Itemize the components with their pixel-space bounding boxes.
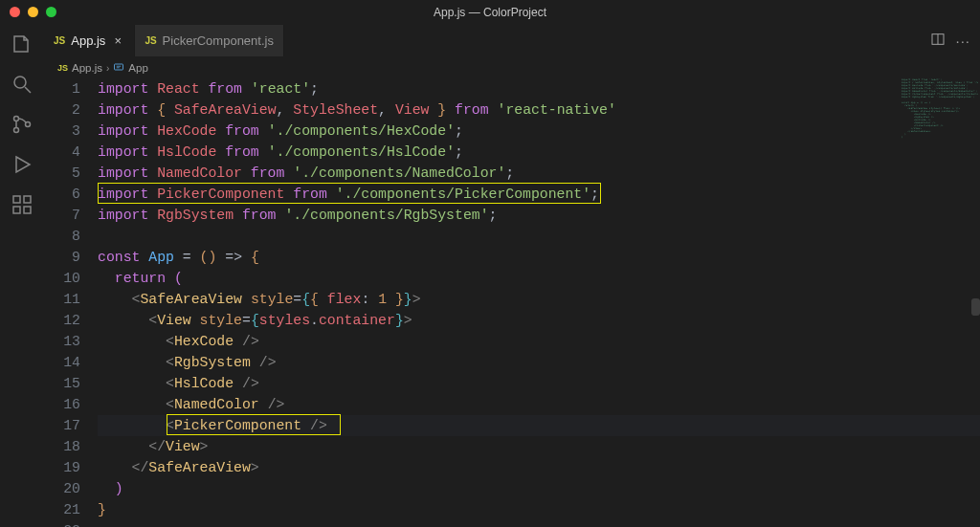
code-line[interactable] bbox=[98, 520, 980, 527]
line-number: 17 bbox=[44, 415, 80, 436]
line-number: 3 bbox=[44, 121, 80, 142]
svg-point-0 bbox=[14, 77, 26, 88]
line-number-gutter: 12345678910111213141516171819202122 bbox=[44, 78, 98, 527]
svg-marker-5 bbox=[16, 157, 30, 172]
line-number: 13 bbox=[44, 331, 80, 352]
code-editor[interactable]: 12345678910111213141516171819202122 impo… bbox=[44, 78, 980, 527]
tab-label: PickerComponent.js bbox=[163, 33, 274, 48]
code-line[interactable]: import NamedColor from './components/Nam… bbox=[98, 163, 980, 184]
tab-row: JS App.js × JS PickerComponent.js ··· bbox=[44, 25, 980, 57]
tab-app-js[interactable]: JS App.js × bbox=[44, 25, 135, 56]
app-root: App.js — ColorProject bbox=[0, 0, 980, 527]
line-number: 10 bbox=[44, 268, 80, 289]
code-line[interactable] bbox=[98, 226, 980, 247]
more-actions-icon[interactable]: ··· bbox=[955, 33, 970, 49]
code-line[interactable]: const App = () => { bbox=[98, 247, 980, 268]
line-number: 8 bbox=[44, 226, 80, 247]
svg-point-4 bbox=[25, 122, 30, 127]
code-line[interactable]: import { SafeAreaView, StyleSheet, View … bbox=[98, 99, 980, 121]
svg-rect-7 bbox=[24, 196, 31, 203]
breadcrumb[interactable]: JS App.js › App bbox=[44, 57, 980, 78]
breadcrumb-symbol[interactable]: App bbox=[128, 62, 147, 74]
svg-line-1 bbox=[25, 87, 31, 93]
code-line[interactable]: import RgbSystem from './components/RgbS… bbox=[98, 205, 980, 226]
symbol-variable-icon bbox=[113, 61, 124, 75]
editor-column: JS App.js × JS PickerComponent.js ··· JS bbox=[44, 25, 980, 527]
window-title: App.js — ColorProject bbox=[0, 6, 980, 19]
line-number: 21 bbox=[44, 499, 80, 520]
js-icon: JS bbox=[145, 35, 156, 46]
line-number: 16 bbox=[44, 394, 80, 415]
line-number: 5 bbox=[44, 163, 80, 184]
run-debug-icon[interactable] bbox=[11, 153, 33, 180]
line-number: 20 bbox=[44, 478, 80, 499]
code-line[interactable]: import HexCode from './components/HexCod… bbox=[98, 121, 980, 142]
svg-rect-12 bbox=[115, 64, 123, 70]
code-line[interactable]: </View> bbox=[98, 436, 980, 457]
tab-actions: ··· bbox=[930, 25, 980, 56]
tab-picker-component[interactable]: JS PickerComponent.js bbox=[135, 25, 284, 56]
line-number: 11 bbox=[44, 289, 80, 310]
split-editor-icon[interactable] bbox=[930, 32, 946, 51]
search-icon[interactable] bbox=[11, 73, 33, 99]
code-line[interactable]: <RgbSystem /> bbox=[98, 352, 980, 373]
code-line[interactable]: import HslCode from './components/HslCod… bbox=[98, 142, 980, 163]
code-line[interactable]: <View style={styles.container}> bbox=[98, 310, 980, 331]
line-number: 1 bbox=[44, 78, 80, 99]
line-number: 22 bbox=[44, 520, 80, 527]
line-number: 14 bbox=[44, 352, 80, 373]
line-number: 2 bbox=[44, 99, 80, 121]
line-number: 18 bbox=[44, 436, 80, 457]
chevron-right-icon: › bbox=[106, 63, 109, 74]
line-number: 15 bbox=[44, 373, 80, 394]
svg-point-2 bbox=[13, 117, 18, 121]
code-line[interactable]: import React from 'react'; bbox=[98, 78, 980, 99]
titlebar[interactable]: App.js — ColorProject bbox=[0, 0, 980, 25]
code-line[interactable]: </SafeAreaView> bbox=[98, 457, 980, 478]
code-line[interactable]: import PickerComponent from './component… bbox=[98, 184, 980, 205]
line-number: 9 bbox=[44, 247, 80, 268]
line-number: 12 bbox=[44, 310, 80, 331]
svg-rect-8 bbox=[13, 207, 20, 213]
minimap[interactable]: import React from 'react'; import { Safe… bbox=[902, 78, 978, 527]
line-number: 7 bbox=[44, 205, 80, 226]
line-number: 4 bbox=[44, 142, 80, 163]
code-line[interactable]: <HexCode /> bbox=[98, 331, 980, 352]
line-number: 19 bbox=[44, 457, 80, 478]
js-icon: JS bbox=[57, 63, 68, 73]
svg-rect-6 bbox=[13, 196, 20, 203]
code-line[interactable]: } bbox=[98, 499, 980, 520]
scrollbar-thumb[interactable] bbox=[971, 298, 980, 316]
svg-rect-9 bbox=[24, 207, 31, 213]
code-line[interactable]: ) bbox=[98, 478, 980, 499]
svg-point-3 bbox=[13, 128, 18, 133]
tab-label: App.js bbox=[71, 33, 105, 48]
js-icon: JS bbox=[54, 35, 65, 46]
source-control-icon[interactable] bbox=[11, 113, 33, 140]
activity-bar bbox=[0, 25, 44, 527]
extensions-icon[interactable] bbox=[11, 193, 33, 220]
code-line[interactable]: return ( bbox=[98, 268, 980, 289]
explorer-icon[interactable] bbox=[11, 33, 33, 59]
code-content[interactable]: import React from 'react';import { SafeA… bbox=[98, 78, 980, 527]
code-line[interactable]: <PickerComponent /> bbox=[98, 415, 980, 436]
code-line[interactable]: <SafeAreaView style={{ flex: 1 }}> bbox=[98, 289, 980, 310]
main-area: JS App.js × JS PickerComponent.js ··· JS bbox=[0, 25, 980, 527]
breadcrumb-file[interactable]: App.js bbox=[72, 62, 102, 74]
code-line[interactable]: <HslCode /> bbox=[98, 373, 980, 394]
code-line[interactable]: <NamedColor /> bbox=[98, 394, 980, 415]
line-number: 6 bbox=[44, 184, 80, 205]
close-icon[interactable]: × bbox=[111, 34, 124, 48]
